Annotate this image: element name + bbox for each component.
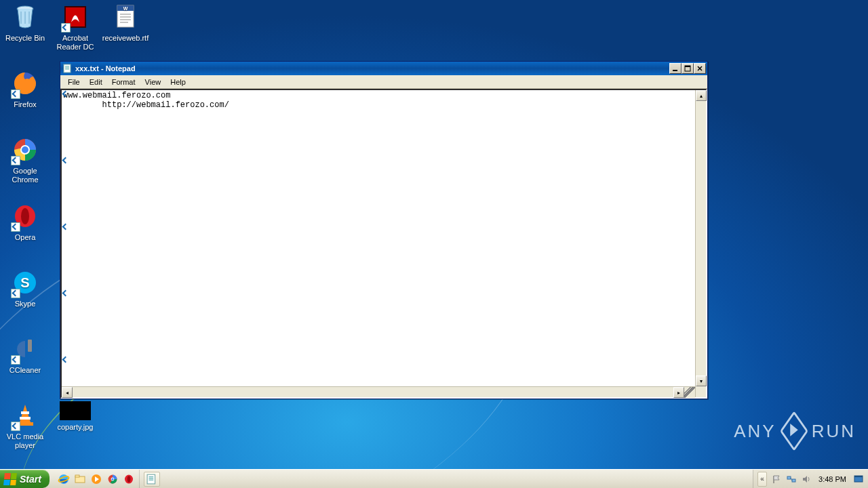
menu-edit[interactable]: Edit	[85, 77, 107, 87]
quick-launch-chrome[interactable]	[105, 472, 120, 487]
play-icon	[780, 411, 808, 451]
desktop-icon-firefox[interactable]: Firefox	[0, 69, 50, 109]
desktop-icon-vlc[interactable]: VLC media player	[0, 401, 50, 450]
icon-label: Acrobat Reader DC	[50, 34, 100, 52]
skype-icon: S	[11, 268, 39, 297]
svg-rect-52	[854, 476, 863, 477]
system-tray: « 3:48 PM	[753, 470, 868, 488]
scroll-up-button[interactable]: ▴	[696, 90, 707, 101]
start-label: Start	[20, 474, 41, 485]
menu-help[interactable]: Help	[165, 77, 191, 87]
desktop-icon-recycle-bin[interactable]: Recycle Bin	[0, 3, 50, 43]
window-title: xxx.txt - Notepad	[75, 64, 669, 73]
close-button[interactable]	[694, 63, 706, 74]
firefox-icon	[11, 69, 39, 98]
quick-launch-ie[interactable]	[56, 472, 71, 487]
menu-view[interactable]: View	[140, 77, 166, 87]
ccleaner-icon	[11, 335, 39, 363]
desktop-icon-ccleaner[interactable]: CCleaner	[0, 335, 50, 375]
taskbar-notepad-button[interactable]	[144, 472, 160, 487]
opera-icon	[11, 202, 39, 230]
tray-show-desktop-icon[interactable]	[853, 474, 864, 485]
menu-bar: File Edit Format View Help	[60, 75, 707, 89]
text-frame: www.webmail.ferozo.com http://webmail.fe…	[60, 89, 707, 399]
quick-launch	[54, 470, 140, 488]
start-button[interactable]: Start	[0, 470, 50, 488]
acrobat-icon	[61, 3, 90, 31]
icon-label: CCleaner	[0, 366, 50, 375]
quick-launch-wmp[interactable]	[89, 472, 104, 487]
svg-rect-22	[64, 64, 71, 73]
scroll-down-button[interactable]: ▾	[696, 375, 707, 386]
menu-file[interactable]: File	[63, 77, 85, 87]
chrome-icon	[11, 136, 39, 164]
svg-point-39	[111, 478, 113, 480]
vlc-icon	[11, 401, 39, 430]
tray-network-icon[interactable]	[786, 474, 797, 485]
horizontal-scrollbar[interactable]: ◂ ▸	[62, 387, 684, 397]
quick-launch-opera[interactable]	[121, 472, 136, 487]
windows-logo-icon	[3, 473, 17, 485]
svg-text:W: W	[123, 6, 128, 11]
icon-label: receiveweb.rtf	[100, 34, 151, 43]
desktop[interactable]: Recycle Bin Firefox Google Chrome Opera …	[0, 0, 868, 469]
recycle-bin-icon	[11, 3, 39, 31]
icon-label: Google Chrome	[0, 167, 50, 184]
svg-rect-42	[147, 474, 155, 484]
menu-format[interactable]: Format	[107, 77, 140, 87]
watermark-text-any: ANY	[734, 421, 776, 442]
watermark-text-run: RUN	[812, 421, 856, 442]
tray-flag-icon[interactable]	[771, 474, 782, 485]
window-titlebar[interactable]: xxx.txt - Notepad	[60, 62, 707, 75]
svg-point-41	[127, 476, 131, 483]
svg-rect-12	[17, 422, 33, 426]
icon-label: Recycle Bin	[0, 34, 50, 43]
svg-point-6	[21, 208, 29, 224]
minimize-button[interactable]	[669, 63, 682, 74]
svg-marker-50	[803, 476, 807, 483]
image-thumbnail	[60, 401, 91, 420]
desktop-icon-coparty[interactable]: coparty.jpg	[50, 401, 100, 432]
scroll-left-button[interactable]: ◂	[62, 387, 73, 398]
word-doc-icon: W	[111, 3, 140, 31]
svg-rect-10	[21, 411, 29, 414]
icon-label: coparty.jpg	[50, 423, 100, 432]
notepad-window[interactable]: xxx.txt - Notepad File Edit Format View …	[60, 61, 708, 399]
scroll-right-button[interactable]: ▸	[673, 387, 684, 398]
desktop-icon-skype[interactable]: S Skype	[0, 268, 50, 308]
desktop-icon-receiveweb[interactable]: W receiveweb.rtf	[100, 3, 151, 43]
tray-expand-button[interactable]: «	[757, 472, 767, 487]
svg-rect-9	[28, 340, 32, 352]
icon-label: Skype	[0, 300, 50, 308]
vertical-scrollbar[interactable]: ▴ ▾	[695, 90, 706, 397]
task-area	[140, 470, 753, 488]
watermark: ANY RUN	[734, 419, 856, 443]
maximize-button[interactable]	[682, 63, 694, 74]
icon-label: Opera	[0, 233, 50, 242]
desktop-icon-opera[interactable]: Opera	[0, 202, 50, 242]
svg-rect-47	[787, 476, 791, 479]
icon-label: VLC media player	[0, 432, 50, 450]
quick-launch-explorer[interactable]	[73, 472, 87, 487]
svg-rect-11	[20, 417, 31, 420]
desktop-icon-chrome[interactable]: Google Chrome	[0, 136, 50, 184]
taskbar: Start « 3:48 PM	[0, 469, 868, 488]
desktop-icon-acrobat[interactable]: Acrobat Reader DC	[50, 3, 100, 52]
text-editor[interactable]: www.webmail.ferozo.com http://webmail.fe…	[62, 90, 695, 386]
svg-point-4	[22, 146, 28, 153]
icon-label: Firefox	[0, 100, 50, 109]
client-area: www.webmail.ferozo.com http://webmail.fe…	[60, 89, 707, 399]
tray-volume-icon[interactable]	[801, 474, 812, 485]
taskbar-clock[interactable]: 3:48 PM	[816, 475, 849, 483]
resize-grip[interactable]	[684, 387, 695, 398]
svg-rect-34	[75, 475, 79, 477]
notepad-icon	[63, 64, 73, 73]
svg-text:S: S	[20, 275, 29, 290]
svg-rect-48	[792, 479, 795, 482]
